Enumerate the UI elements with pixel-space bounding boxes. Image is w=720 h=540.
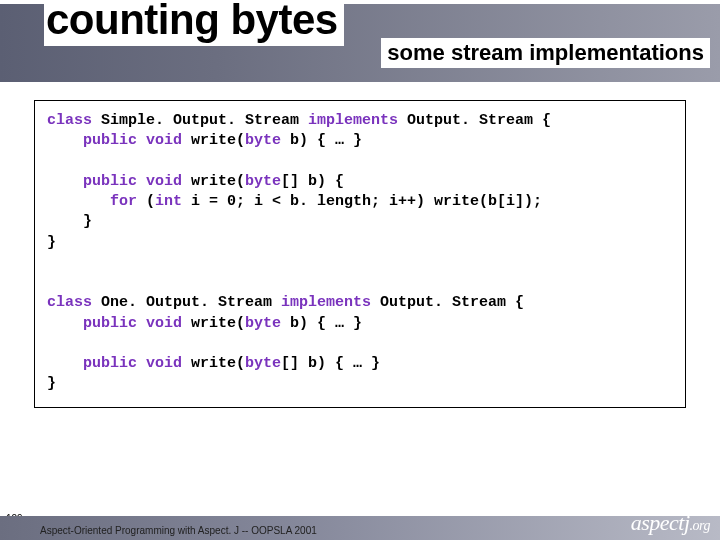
code-text: [] b) { — [281, 173, 344, 190]
keyword-int: int — [155, 193, 182, 210]
keyword-class: class — [47, 294, 92, 311]
keyword-public: public — [83, 315, 137, 332]
keyword-public: public — [83, 132, 137, 149]
code-text: write( — [182, 173, 245, 190]
logo: aspectj.org — [631, 510, 710, 536]
slide-title: counting bytes — [44, 0, 344, 46]
logo-suffix: .org — [690, 518, 710, 533]
keyword-public: public — [83, 355, 137, 372]
keyword-byte: byte — [245, 315, 281, 332]
keyword-byte: byte — [245, 355, 281, 372]
keyword-class: class — [47, 112, 92, 129]
code-text: One. Output. Stream — [92, 294, 281, 311]
keyword-void: void — [146, 315, 182, 332]
footer-text: Aspect-Oriented Programming with Aspect.… — [40, 525, 317, 536]
keyword-byte: byte — [245, 173, 281, 190]
keyword-byte: byte — [245, 132, 281, 149]
keyword-void: void — [146, 355, 182, 372]
code-text: b) { … } — [281, 132, 362, 149]
code-text: [] b) { … } — [281, 355, 380, 372]
logo-main: aspectj — [631, 510, 690, 535]
keyword-for: for — [110, 193, 137, 210]
code-text: } — [83, 213, 92, 230]
code-text: Output. Stream { — [398, 112, 551, 129]
code-text: Simple. Output. Stream — [92, 112, 308, 129]
code-text: ( — [137, 193, 155, 210]
keyword-void: void — [146, 132, 182, 149]
keyword-void: void — [146, 173, 182, 190]
code-text: b) { … } — [281, 315, 362, 332]
code-text: Output. Stream { — [371, 294, 524, 311]
keyword-implements: implements — [281, 294, 371, 311]
code-text: i = 0; i < b. length; i++) write(b[i]); — [182, 193, 542, 210]
title-bar: counting bytes some stream implementatio… — [0, 0, 720, 82]
code-text: } — [47, 375, 56, 392]
keyword-public: public — [83, 173, 137, 190]
code-text: write( — [182, 132, 245, 149]
keyword-implements: implements — [308, 112, 398, 129]
slide-subtitle: some stream implementations — [381, 38, 710, 68]
footer-bar: Aspect-Oriented Programming with Aspect.… — [0, 516, 720, 540]
code-text: } — [47, 234, 56, 251]
code-text: write( — [182, 315, 245, 332]
code-block: class Simple. Output. Stream implements … — [34, 100, 686, 408]
code-text: write( — [182, 355, 245, 372]
